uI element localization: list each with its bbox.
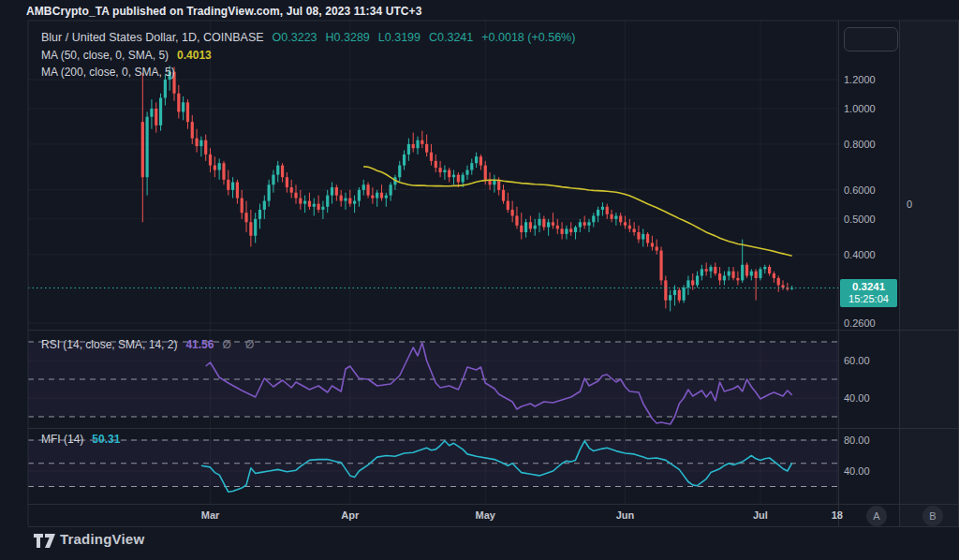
rsi-value: 41.56 [185,338,214,351]
low-value: L0.3199 [378,31,420,44]
time-axis-label: May [476,509,495,521]
right-strip-zero-label: 0 [907,199,912,210]
bar-countdown: 15:25:04 [840,293,897,306]
symbol-title: Blur / United States Dollar, 1D, COINBAS… [41,31,264,44]
ma200-label: MA (200, close, 0, SMA, 5) [41,66,175,79]
high-value: H0.3289 [326,31,370,44]
symbol-legend[interactable]: Blur / United States Dollar, 1D, COINBAS… [41,31,575,44]
price-axis-label: 0.4000 [844,249,876,260]
indicator-bands [28,342,838,487]
rsi-empty-values: Ø Ø [222,338,259,351]
button-b[interactable]: B [922,506,943,526]
price-axis-label: 0.8000 [844,139,876,150]
rsi-legend[interactable]: RSI (14, close, SMA, 14, 2) 41.56 Ø Ø [41,338,259,351]
close-value: C0.3241 [429,31,473,44]
rsi-axis-label: 60.00 [844,355,870,366]
price-axis-label: 0.6000 [844,184,876,196]
price-axis-label: 1.2000 [844,74,876,85]
right-strip-bg [899,21,959,526]
open-value: O0.3223 [273,31,317,44]
price-axis-label: 1.0000 [844,103,876,114]
time-axis-label: Apr [341,509,359,521]
mfi-value: 50.31 [92,433,120,446]
candles-group [141,66,794,311]
ma200-legend[interactable]: MA (200, close, 0, SMA, 5) [41,66,175,79]
button-a[interactable]: A [866,506,887,526]
chart-canvas[interactable] [0,0,959,560]
change-value: +0.0018 (+0.56%) [481,31,575,44]
mfi-legend[interactable]: MFI (14) 50.31 [41,433,120,446]
time-axis-label: Mar [201,509,220,521]
ma50-legend[interactable]: MA (50, close, 0, SMA, 5) 0.4013 [41,49,212,62]
ma50-value: 0.4013 [177,49,212,62]
mfi-label: MFI (14) [41,433,83,446]
time-axis-label: Jun [616,509,635,521]
tradingview-brand-text[interactable]: TradingView [60,531,144,547]
ma50-line [363,167,792,256]
rsi-axis-label: 40.00 [844,392,870,404]
ma50-label: MA (50, close, 0, SMA, 5) [41,49,169,62]
mfi-axis-label: 40.00 [844,465,870,477]
last-price: 0.3241 [840,280,897,293]
price-axis-label: 0.2600 [844,317,876,329]
time-axis-label: 18 [832,509,843,521]
mfi-axis-label: 80.00 [844,435,870,446]
publish-line: AMBCrypto_TA published on TradingView.co… [26,5,421,18]
gridlines [28,21,838,504]
tradingview-published-chart: AMBCrypto_TA published on TradingView.co… [0,0,959,560]
time-axis-label: Jul [753,509,768,521]
price-axis-label: 0.5000 [844,214,876,225]
rsi-label: RSI (14, close, SMA, 14, 2) [41,338,177,351]
tradingview-logo-icon [34,533,56,549]
top-right-box[interactable] [844,27,898,52]
last-price-badge: 0.3241 15:25:04 [840,279,897,307]
